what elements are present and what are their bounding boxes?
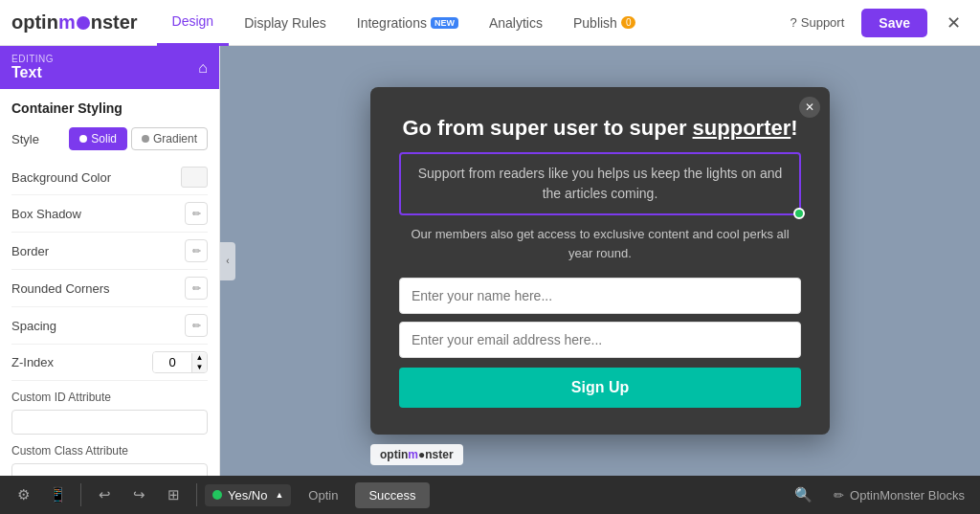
- nav-design[interactable]: Design: [157, 0, 230, 46]
- box-shadow-row: Box Shadow ✏: [11, 195, 208, 233]
- name-input[interactable]: [399, 278, 801, 314]
- z-index-arrows: ▲ ▼: [191, 353, 207, 372]
- save-button[interactable]: Save: [861, 9, 927, 37]
- block-icon[interactable]: ⊞: [158, 480, 189, 510]
- border-label: Border: [11, 244, 49, 258]
- style-buttons: Solid Gradient: [69, 127, 208, 150]
- style-label: Style: [11, 132, 61, 146]
- spacing-row: Spacing ✏: [11, 307, 208, 345]
- collapse-sidebar-button[interactable]: ‹: [220, 242, 235, 280]
- redo-button[interactable]: ↪: [123, 480, 154, 510]
- modal-subtitle-box: Support from readers like you helps us k…: [399, 152, 801, 215]
- settings-icon[interactable]: ⚙: [8, 480, 38, 510]
- nav-display-rules[interactable]: Display Rules: [229, 0, 342, 46]
- bg-color-swatch[interactable]: [181, 167, 208, 188]
- nav-links: Design Display Rules Integrations NEW An…: [157, 0, 781, 46]
- gradient-dot: [142, 135, 149, 143]
- email-input[interactable]: [399, 322, 801, 358]
- rounded-corners-label: Rounded Corners: [11, 281, 110, 296]
- z-index-label: Z-Index: [11, 355, 54, 369]
- divider-2: [196, 483, 197, 506]
- green-dot: [793, 208, 805, 219]
- modal-watermark: optinm●nster: [370, 444, 463, 465]
- canvas-area: ‹ ✕ Go from super user to super supporte…: [220, 46, 980, 476]
- bg-color-row: Background Color: [11, 160, 208, 195]
- rounded-corners-row: Rounded Corners ✏: [11, 270, 208, 307]
- support-button[interactable]: ? Support: [781, 10, 855, 35]
- editing-label: EDITING: [11, 54, 54, 64]
- solid-dot: [79, 135, 87, 143]
- section-title: Container Styling: [11, 101, 208, 116]
- bottom-right: 🔍 ✏ OptinMonster Blocks: [789, 480, 972, 509]
- nav-right: ? Support Save ✕: [781, 9, 969, 37]
- z-index-input[interactable]: ▲ ▼: [152, 351, 208, 373]
- editing-title: Text: [11, 64, 54, 81]
- main-layout: EDITING Text ⌂ Container Styling Style S…: [0, 46, 980, 476]
- success-tab[interactable]: Success: [355, 482, 429, 508]
- nav-publish[interactable]: Publish 0: [558, 0, 651, 46]
- custom-id-input[interactable]: [11, 410, 208, 435]
- nav-analytics[interactable]: Analytics: [474, 0, 558, 46]
- z-index-down[interactable]: ▼: [191, 363, 207, 372]
- sidebar: EDITING Text ⌂ Container Styling Style S…: [0, 46, 220, 476]
- optin-tab[interactable]: Optin: [295, 482, 351, 508]
- z-index-row: Z-Index ▲ ▼: [11, 345, 208, 381]
- top-navigation: optinmnster Design Display Rules Integra…: [0, 0, 980, 46]
- modal-description: Our members also get access to exclusive…: [399, 225, 801, 262]
- home-button[interactable]: ⌂: [198, 59, 208, 77]
- modal-popup: ✕ Go from super user to super supporter!…: [370, 87, 830, 435]
- custom-class-input[interactable]: [11, 463, 208, 476]
- signup-button[interactable]: Sign Up: [399, 368, 801, 408]
- modal-subtitle-text: Support from readers like you helps us k…: [414, 164, 786, 204]
- integrations-badge: NEW: [431, 17, 458, 29]
- close-button[interactable]: ✕: [939, 9, 969, 37]
- sidebar-header: EDITING Text ⌂: [0, 46, 219, 89]
- style-row: Style Solid Gradient: [11, 127, 208, 150]
- logo: optinmnster: [11, 11, 157, 34]
- gradient-button[interactable]: Gradient: [131, 127, 208, 150]
- solid-button[interactable]: Solid: [69, 127, 127, 150]
- box-shadow-label: Box Shadow: [11, 207, 81, 221]
- spacing-label: Spacing: [11, 319, 56, 333]
- publish-badge: 0: [621, 16, 636, 29]
- border-row: Border ✏: [11, 233, 208, 270]
- yes-no-button[interactable]: Yes/No ▲: [205, 484, 291, 506]
- modal-title: Go from super user to super supporter!: [399, 116, 801, 141]
- yes-dot: [212, 490, 222, 500]
- nav-integrations[interactable]: Integrations NEW: [342, 0, 474, 46]
- divider-1: [80, 483, 81, 506]
- rounded-corners-edit-button[interactable]: ✏: [185, 277, 208, 300]
- custom-class-label: Custom Class Attribute: [11, 444, 208, 458]
- z-index-field[interactable]: [153, 352, 191, 372]
- search-button[interactable]: 🔍: [789, 480, 818, 509]
- bottom-bar: ⚙ 📱 ↩ ↪ ⊞ Yes/No ▲ Optin Success 🔍 ✏ Opt…: [0, 476, 980, 514]
- border-edit-button[interactable]: ✏: [185, 239, 208, 262]
- custom-id-label: Custom ID Attribute: [11, 391, 208, 404]
- box-shadow-edit-button[interactable]: ✏: [185, 202, 208, 225]
- z-index-up[interactable]: ▲: [191, 353, 207, 363]
- undo-button[interactable]: ↩: [89, 480, 120, 510]
- modal-close-button[interactable]: ✕: [799, 97, 820, 118]
- om-blocks-button[interactable]: ✏ OptinMonster Blocks: [826, 484, 972, 506]
- spacing-edit-button[interactable]: ✏: [185, 314, 208, 337]
- bg-color-label: Background Color: [11, 170, 111, 185]
- sidebar-body: Container Styling Style Solid Gradient B…: [0, 89, 219, 476]
- mobile-icon[interactable]: 📱: [42, 480, 73, 510]
